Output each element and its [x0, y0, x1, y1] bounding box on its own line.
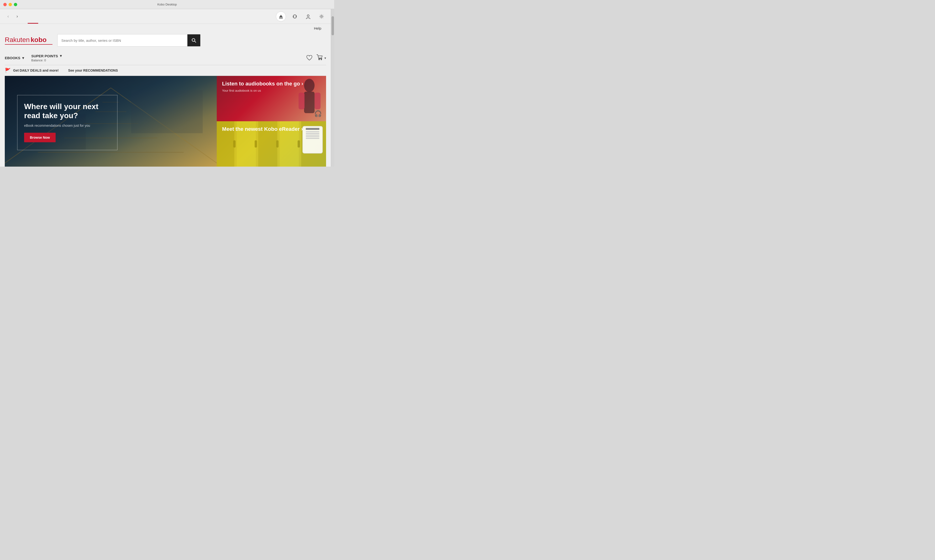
svg-rect-30	[255, 140, 257, 148]
help-row: Help	[5, 24, 326, 32]
cart-chevron-icon: ▾	[324, 56, 326, 60]
cart-icon	[316, 54, 323, 60]
wishlist-icon	[306, 55, 312, 61]
browse-now-button[interactable]: Browse Now	[24, 133, 55, 142]
hero-section: Where will your next read take you? eBoo…	[5, 76, 326, 167]
super-points-button[interactable]: SUPER POINTS	[31, 54, 62, 58]
search-bar	[57, 34, 200, 46]
sync-button[interactable]	[290, 12, 299, 21]
svg-rect-20	[304, 92, 315, 113]
audiobook-panel-title: Listen to audiobooks on the go ›	[222, 81, 303, 87]
help-link[interactable]: Help	[314, 26, 321, 30]
svg-rect-17	[131, 90, 203, 133]
settings-icon	[319, 14, 324, 19]
super-points-area: SUPER POINTS Balance: 0	[31, 54, 62, 62]
ereader-panel-title: Meet the newest Kobo eReader ›	[222, 126, 303, 132]
tab-shop-kobo[interactable]	[28, 9, 38, 24]
logo-rakuten: Rakuten	[5, 36, 29, 44]
svg-rect-29	[233, 140, 235, 148]
svg-marker-0	[279, 15, 283, 17]
scrollbar-thumb[interactable]	[332, 16, 334, 35]
eject-icon	[278, 14, 283, 19]
forward-button[interactable]: ›	[14, 13, 20, 20]
svg-point-19	[304, 79, 315, 92]
ebooks-chevron-icon	[22, 56, 24, 60]
sync-icon	[292, 14, 297, 19]
logo: Rakuten kobo	[5, 36, 52, 44]
settings-button[interactable]	[317, 12, 326, 21]
daily-deals-text: Get DAILY DEALS and more!	[13, 69, 59, 72]
svg-rect-1	[279, 18, 283, 18]
tab-my-books[interactable]	[38, 9, 49, 24]
audiobook-panel[interactable]: Listen to audiobooks on the go › Your fi…	[217, 76, 326, 121]
headphone-icon: 🎧	[314, 110, 322, 117]
account-button[interactable]	[304, 12, 313, 21]
ereader-panel-content: Meet the newest Kobo eReader ›	[222, 126, 303, 134]
account-icon	[306, 14, 311, 19]
cart-button[interactable]	[316, 54, 323, 62]
recommendations-text: See your RECOMMENDATIONS	[68, 69, 118, 72]
hero-main-banner: Where will your next read take you? eBoo…	[5, 76, 217, 167]
ebooks-button[interactable]: eBOOKS	[5, 56, 24, 60]
close-button[interactable]	[3, 3, 7, 6]
svg-point-7	[321, 59, 322, 60]
svg-rect-31	[276, 140, 278, 148]
svg-point-6	[319, 59, 320, 60]
wishlist-button[interactable]	[306, 55, 312, 61]
nav-icons	[276, 11, 326, 22]
main-content: ‹ ›	[0, 9, 331, 167]
tab-ereader[interactable]	[49, 9, 59, 24]
search-button[interactable]	[188, 34, 200, 46]
minimize-button[interactable]	[9, 3, 12, 6]
audiobook-panel-content: Listen to audiobooks on the go › Your fi…	[222, 81, 303, 92]
secondary-nav: eBOOKS SUPER POINTS Balance: 0	[5, 51, 326, 65]
cart-area[interactable]: ▾	[316, 54, 326, 62]
ereader-device-mockup	[303, 126, 323, 154]
back-button[interactable]: ‹	[5, 13, 11, 20]
nav-tabs	[28, 9, 276, 24]
svg-point-4	[192, 38, 195, 42]
title-bar: Kobo Desktop	[0, 0, 334, 9]
svg-rect-32	[298, 140, 300, 148]
hero-title: Where will your next read take you?	[24, 102, 109, 120]
audiobook-panel-subtitle: Your first audiobook is on us	[222, 89, 303, 92]
promo-bar: 🚩 Get DAILY DEALS and more! See your REC…	[5, 65, 326, 76]
top-nav: ‹ ›	[0, 9, 331, 24]
nav-arrows: ‹ ›	[5, 13, 20, 20]
scrollbar[interactable]	[331, 9, 334, 167]
content-area: Help Rakuten kobo	[0, 24, 331, 167]
hero-subtitle: eBook recommendations chosen just for yo…	[24, 124, 109, 128]
svg-line-5	[195, 41, 196, 43]
promo-item-daily-deals[interactable]: 🚩 Get DAILY DEALS and more!	[5, 68, 59, 73]
logo-area: Rakuten kobo	[5, 36, 52, 45]
search-icon	[191, 38, 197, 43]
hero-content: Where will your next read take you? eBoo…	[17, 95, 117, 150]
window-controls	[3, 3, 17, 6]
balance-text: Balance: 0	[31, 58, 62, 62]
svg-point-2	[307, 15, 309, 17]
flag-icon: 🚩	[5, 68, 11, 73]
search-logo-row: Rakuten kobo	[5, 32, 326, 51]
logo-kobo: kobo	[31, 36, 46, 44]
app-window: Kobo Desktop ‹ ›	[0, 0, 334, 167]
promo-item-recommendations[interactable]: See your RECOMMENDATIONS	[68, 69, 118, 72]
svg-rect-21	[298, 92, 304, 109]
svg-point-3	[321, 15, 323, 17]
eject-button[interactable]	[276, 11, 286, 22]
ereader-panel[interactable]: Meet the newest Kobo eReader ›	[217, 121, 326, 167]
logo-underline	[5, 44, 52, 45]
window-title: Kobo Desktop	[157, 3, 177, 6]
hero-box: Where will your next read take you? eBoo…	[17, 95, 117, 150]
hero-side-panels: Listen to audiobooks on the go › Your fi…	[217, 76, 326, 167]
search-input[interactable]	[57, 34, 188, 46]
super-points-chevron-icon	[60, 54, 62, 58]
svg-rect-22	[315, 92, 321, 109]
maximize-button[interactable]	[14, 3, 17, 6]
tab-reading-life[interactable]	[59, 9, 70, 24]
